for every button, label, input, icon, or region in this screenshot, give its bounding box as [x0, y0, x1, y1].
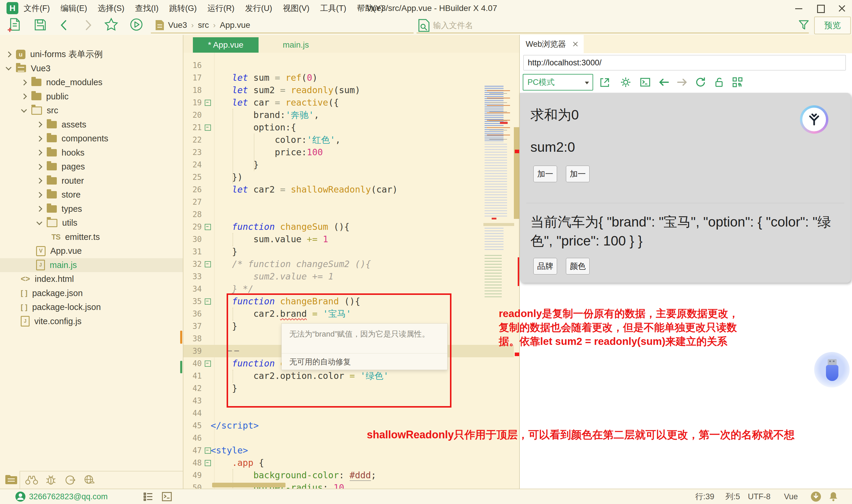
fold-icon[interactable] — [205, 299, 211, 305]
chevron-closed-icon[interactable] — [36, 136, 42, 142]
tree-item-main.js[interactable]: main.js — [0, 258, 183, 272]
tree-item-utils[interactable]: utils — [0, 216, 183, 230]
open-external-icon[interactable] — [599, 76, 612, 89]
tree-item-public[interactable]: public — [0, 90, 183, 104]
close-icon[interactable] — [573, 41, 578, 47]
code-line-17[interactable]: 17 let sum = ref(0) — [183, 72, 514, 84]
code-line-19[interactable]: 19 let car = reactive({ — [183, 96, 514, 109]
console-icon[interactable] — [639, 76, 652, 89]
browser-tab[interactable]: Web浏览器 — [520, 35, 584, 53]
account-email[interactable]: 3266762823@qq.com — [29, 489, 108, 504]
nav-forward-icon[interactable] — [676, 76, 689, 89]
brand-button[interactable]: 品牌 — [533, 258, 557, 274]
url-input[interactable] — [523, 55, 846, 70]
menu-item-1[interactable]: 编辑(E) — [58, 2, 89, 14]
tree-item-components[interactable]: components — [0, 132, 183, 146]
language-mode[interactable]: Vue — [784, 489, 798, 504]
code-editor[interactable]: * App.vue main.js 1617 let sum = ref(0)1… — [183, 35, 519, 489]
tree-item-App.vue[interactable]: App.vue — [0, 244, 183, 258]
minimap[interactable] — [482, 70, 519, 489]
tree-item-hooks[interactable]: hooks — [0, 146, 183, 160]
cursor-col[interactable]: 列:5 — [725, 489, 740, 504]
refresh-icon[interactable] — [694, 76, 707, 89]
fold-icon[interactable] — [205, 261, 211, 267]
chevron-open-icon[interactable] — [21, 107, 27, 113]
tree-item-index.html[interactable]: index.html — [0, 272, 183, 286]
menu-item-2[interactable]: 选择(S) — [96, 2, 126, 14]
gear-icon[interactable] — [620, 76, 633, 89]
save-icon[interactable] — [34, 18, 47, 33]
search-binoculars-icon[interactable] — [25, 475, 38, 486]
tree-item-assets[interactable]: assets — [0, 118, 183, 132]
menu-item-0[interactable]: 文件(F) — [22, 2, 52, 14]
add-one-button[interactable]: 加一 — [533, 166, 557, 182]
new-file-icon[interactable] — [8, 18, 21, 34]
breadcrumb-folder[interactable]: src — [198, 20, 209, 30]
code-line-16[interactable]: 16 — [183, 59, 514, 72]
add-one-button-2[interactable]: 加一 — [566, 166, 590, 182]
chevron-closed-icon[interactable] — [36, 178, 42, 184]
debug-bug-icon[interactable] — [45, 474, 57, 487]
nav-back-icon[interactable] — [658, 76, 671, 89]
tree-item-package.json[interactable]: package.json — [0, 286, 183, 301]
minimize-button[interactable] — [788, 0, 810, 16]
chevron-open-icon[interactable] — [6, 65, 12, 70]
code-line-18[interactable]: 18 let sum2 = readonly(sum) — [183, 84, 514, 96]
encoding[interactable]: UTF-8 — [748, 489, 771, 504]
code-line-27[interactable]: 27 — [183, 196, 514, 208]
tree-item-Vue3[interactable]: Vue3 — [0, 61, 183, 76]
filter-funnel-icon[interactable] — [798, 19, 810, 32]
code-line-48[interactable]: 48 .app { — [183, 457, 514, 469]
update-download-icon[interactable] — [810, 489, 822, 504]
sync-icon[interactable] — [64, 474, 76, 487]
cursor-line[interactable]: 行:39 — [695, 489, 714, 504]
tree-item-node_modules[interactable]: node_modules — [0, 75, 183, 90]
code-line-29[interactable]: 29 function changeSum (){ — [183, 221, 514, 233]
chevron-closed-icon[interactable] — [36, 206, 42, 212]
menu-item-6[interactable]: 发行(U) — [243, 2, 274, 14]
menu-item-5[interactable]: 运行(R) — [205, 2, 236, 14]
horizontal-scrollbar-thumb[interactable] — [212, 483, 286, 487]
project-manager-icon[interactable] — [5, 474, 18, 486]
breadcrumb-project[interactable]: Vue3 — [168, 20, 187, 30]
tree-item-router[interactable]: router — [0, 174, 183, 188]
usb-device-icon[interactable] — [814, 352, 850, 388]
tree-item-src[interactable]: src — [0, 104, 183, 118]
fold-icon[interactable] — [205, 448, 211, 454]
code-line-28[interactable]: 28 — [183, 208, 514, 221]
tree-item-package-lock.json[interactable]: package-lock.json — [0, 300, 183, 314]
back-icon[interactable] — [59, 20, 68, 32]
tree-item-types[interactable]: types — [0, 202, 183, 216]
terminal-panel-icon[interactable] — [162, 489, 172, 504]
menu-item-4[interactable]: 跳转(G) — [167, 2, 199, 14]
fold-icon[interactable] — [205, 460, 211, 466]
qr-code-icon[interactable] — [731, 76, 745, 89]
chevron-closed-icon[interactable] — [36, 122, 42, 127]
preview-button[interactable]: 预览 — [814, 17, 851, 34]
account-icon[interactable] — [15, 489, 26, 504]
code-line-26[interactable]: 26 let car2 = shallowReadonly(car) — [183, 183, 514, 196]
fold-icon[interactable] — [205, 125, 211, 131]
unlock-icon[interactable] — [713, 76, 726, 89]
menu-item-7[interactable]: 视图(V) — [281, 2, 311, 14]
outline-list-icon[interactable] — [143, 489, 154, 504]
device-mode-select[interactable]: PC模式 — [523, 74, 593, 90]
code-line-33[interactable]: 33 sum2.value += 1 — [183, 270, 514, 283]
color-button[interactable]: 颜色 — [566, 258, 590, 274]
tree-item-uni-forms 表单示例[interactable]: uni-forms 表单示例 — [0, 47, 183, 61]
chevron-closed-icon[interactable] — [36, 192, 42, 198]
maximize-button[interactable] — [810, 0, 831, 16]
search-input[interactable] — [433, 18, 783, 33]
tree-item-vite.config.js[interactable]: vite.config.js — [0, 314, 183, 329]
tree-item-pages[interactable]: pages — [0, 160, 183, 174]
chevron-closed-icon[interactable] — [21, 93, 27, 100]
fold-icon[interactable] — [205, 224, 211, 230]
globe-icon[interactable] — [84, 474, 96, 487]
breadcrumb-file[interactable]: App.vue — [220, 20, 250, 30]
code-line-47[interactable]: 47<style> — [183, 444, 514, 457]
chevron-closed-icon[interactable] — [36, 150, 42, 156]
chevron-closed-icon[interactable] — [21, 79, 27, 86]
chevron-closed-icon[interactable] — [6, 52, 12, 57]
run-icon[interactable] — [130, 18, 143, 33]
forward-icon[interactable] — [84, 20, 93, 32]
